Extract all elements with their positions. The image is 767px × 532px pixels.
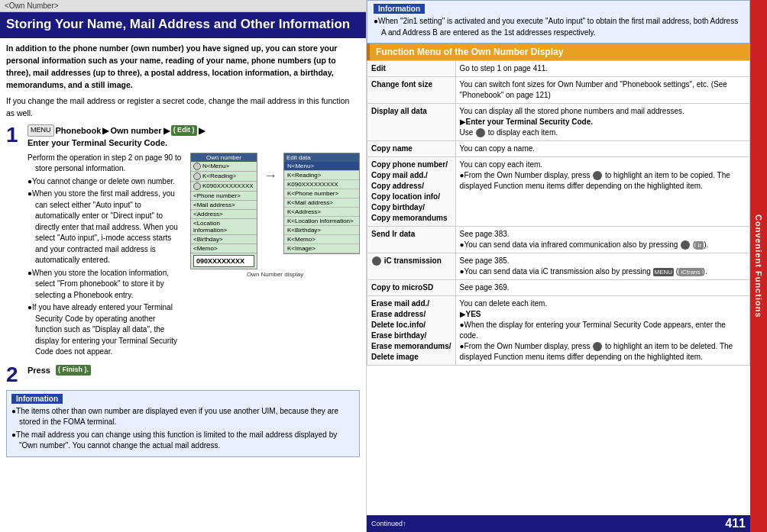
section-header: <Own Number> (0, 0, 366, 12)
right-column: Information ●When "2in1 setting" is acti… (367, 0, 767, 532)
edit-row1: N<Menu> (284, 162, 359, 171)
screen1-row4: <Phone number> (191, 192, 257, 201)
edit-row8: K<Birthday> (284, 226, 359, 235)
edit-row6: K<Address> (284, 208, 359, 217)
screen1-row7: <Location information> (191, 219, 257, 235)
func-label-copyname: Copy name (367, 141, 456, 157)
table-row: iC transmission See page 385.●You can se… (367, 253, 750, 280)
table-row: Edit Go to step 1 on page 411. (367, 61, 750, 77)
step1-enter-security: Enter your Terminal Security Code. (28, 137, 167, 150)
func-table-wrap: Edit Go to step 1 on page 411. Change fo… (367, 60, 750, 515)
table-row: Display all data You can display all the… (367, 104, 750, 141)
func-label-microsd: Copy to microSD (367, 280, 456, 296)
screen1-row5: <Mail address> (191, 201, 257, 210)
info-bullet2: ●The mail address you can change using t… (11, 430, 354, 452)
circle-icon (476, 128, 485, 137)
right-content: Information ●When "2in1 setting" is acti… (367, 0, 750, 532)
func-label-sendir: Send Ir data (367, 227, 456, 253)
nc-icon (193, 163, 201, 170)
func-detail-copyname: You can copy a name. (455, 141, 750, 157)
func-detail-microsd: See page 369. (455, 280, 750, 296)
continued-text: Continued↑ (371, 520, 406, 527)
func-detail-erase: You can delete each item.▶YES●When the d… (455, 296, 750, 366)
menu-icon2: MENU (653, 268, 675, 276)
screen1-row8: <Birthday> (191, 235, 257, 244)
arrow-between-screens: → (264, 168, 277, 184)
screen1-row1: N<Menu> (191, 162, 257, 172)
step1-bullet4: ●If you have already entered your Termin… (28, 302, 184, 358)
ir-btn[interactable]: Ir (695, 241, 704, 250)
table-row: Copy to microSD See page 369. (367, 280, 750, 296)
right-info-bullet1: ●When "2in1 setting" is activated and yo… (374, 16, 743, 38)
k-icon (193, 172, 201, 180)
phone-images: Own number N<Menu> K<Reading> K090XXXXXX… (190, 153, 360, 360)
arrow2: ▶ (163, 124, 170, 137)
arrow3: ▶ (199, 124, 205, 137)
arrow1: ▶ (102, 124, 108, 137)
circle-icon2 (593, 171, 602, 180)
edit-row4: K<Phone number> (284, 189, 359, 198)
step2-main-line: Press ( Finish ). (28, 364, 360, 377)
func-detail-fontsize: You can switch font sizes for Own Number… (455, 77, 750, 104)
step1-intro: Perform the operation in step 2 on page … (28, 153, 184, 175)
table-row: Send Ir data See page 383.●You can send … (367, 227, 750, 253)
phone-screens-group: Own number N<Menu> K<Reading> K090XXXXXX… (190, 153, 360, 269)
step1-security-line: Enter your Terminal Security Code. (28, 137, 360, 150)
left-info-box: Information ●The items other than own nu… (6, 390, 360, 457)
page-number: 411 (725, 517, 746, 530)
screen1-title: Own number (191, 153, 257, 162)
step1-row: 1 MENU Phonebook ▶ Own number ▶ ( Edit )… (6, 124, 360, 360)
edit-row5: K<Mail address> (284, 198, 359, 208)
func-detail-display: You can display all the stored phone num… (455, 104, 750, 141)
left-column: <Own Number> Storing Your Name, Mail Add… (0, 0, 367, 532)
k2-icon (193, 182, 201, 190)
phonebook-label: Phonebook (56, 124, 102, 137)
func-detail-sendir: See page 383.●You can send data via infr… (455, 227, 750, 253)
finish-btn[interactable]: ( Finish ). (56, 365, 91, 376)
left-info-header: Information (11, 394, 63, 404)
func-label-fontsize: Change font size (367, 77, 456, 104)
phone-screen1: Own number N<Menu> K<Reading> K090XXXXXX… (190, 153, 257, 269)
info-bullet1: ●The items other than own number are dis… (11, 406, 354, 428)
edit-screen-title: Edit data (284, 153, 359, 162)
step1-number: 1 (6, 124, 28, 146)
screen1-row2: K<Reading> (191, 172, 257, 182)
edit-row7: K<Location information> (284, 217, 359, 226)
screen1-number: 090XXXXXXXX (193, 255, 254, 267)
right-info-header: Information (374, 4, 425, 14)
func-label-display: Display all data (367, 104, 456, 141)
screen1-row6: <Address> (191, 210, 257, 219)
func-label-ic: iC transmission (367, 253, 456, 280)
edit-row2: K<Reading> (284, 171, 359, 180)
ic-trans-btn[interactable]: iCtrans (678, 268, 702, 276)
step1-bullet2: ●When you store the first mail address, … (28, 189, 184, 266)
convenient-functions-tab: Convenient Functions (750, 0, 767, 532)
menu-icon: MENU (28, 124, 54, 137)
step1-content: MENU Phonebook ▶ Own number ▶ ( Edit ) ▶… (28, 124, 360, 360)
edit-screen: Edit data N<Menu> K<Reading> K090XXXXXXX… (283, 153, 360, 254)
func-detail-copygroup: You can copy each item.●From the Own Num… (455, 157, 750, 227)
edit-row10: K<Image> (284, 244, 359, 253)
table-row: Copy name You can copy a name. (367, 141, 750, 157)
step1-detail-wrap: Perform the operation in step 2 on page … (28, 153, 360, 360)
circle-icon3 (681, 240, 690, 250)
func-menu-title: Function Menu of the Own Number Display (367, 44, 750, 60)
step1-bullet1: ●You cannot change or delete own number. (28, 176, 184, 188)
step2-content: Press ( Finish ). (28, 364, 360, 377)
bottom-bar: Continued↑ 411 (367, 515, 750, 532)
func-label-edit: Edit (367, 61, 456, 77)
title-box: Storing Your Name, Mail Address and Othe… (0, 12, 366, 38)
func-label-erase: Erase mail add./Erase address/Delete loc… (367, 296, 456, 366)
press-label: Press (28, 364, 50, 377)
table-row: Erase mail add./Erase address/Delete loc… (367, 296, 750, 366)
step1-bullet3: ●When you store the location information… (28, 268, 184, 301)
func-table: Edit Go to step 1 on page 411. Change fo… (367, 60, 750, 366)
table-row: Copy phone number/Copy mail add./Copy ad… (367, 157, 750, 227)
edit-btn[interactable]: ( Edit ) (171, 125, 197, 136)
step1-main-line: MENU Phonebook ▶ Own number ▶ ( Edit ) ▶ (28, 124, 360, 137)
right-info-box: Information ●When "2in1 setting" is acti… (367, 0, 750, 44)
step2-row: 2 Press ( Finish ). (6, 364, 360, 385)
screen1-row9: <Memo> (191, 244, 257, 253)
screen1-row3: K090XXXXXXXXX (191, 182, 257, 192)
page-title: Storing Your Name, Mail Address and Othe… (6, 17, 360, 32)
